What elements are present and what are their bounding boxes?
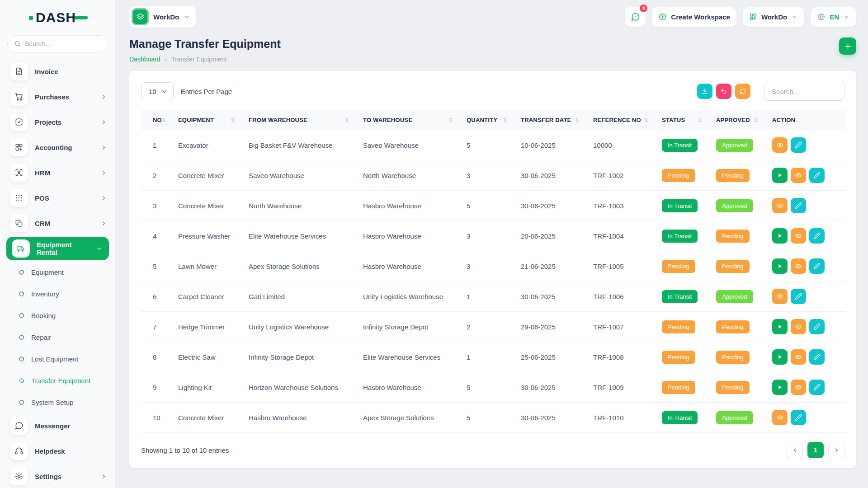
refresh-button[interactable] [735, 84, 750, 99]
edit-button[interactable] [809, 380, 825, 395]
sidebar-subitem-repair[interactable]: Repair [0, 326, 115, 348]
pagination-page-1-button[interactable]: 1 [807, 442, 824, 458]
column-header-equipment[interactable]: EQUIPMENT⇅ [174, 110, 244, 130]
play-icon [776, 232, 783, 239]
table-search-input[interactable] [764, 82, 844, 101]
chevron-down-icon [843, 14, 850, 20]
cell-reference-no: TRF-1009 [589, 372, 657, 403]
sidebar-item-purchases[interactable]: Purchases [0, 84, 115, 109]
chevron-right-icon [100, 473, 107, 480]
sidebar-item-helpdesk[interactable]: Helpdesk [0, 438, 115, 464]
cell-quantity: 3 [462, 251, 516, 282]
bullet-icon [18, 312, 25, 319]
sidebar-subitem-transfer-equipment[interactable]: Transfer Equipment [0, 370, 115, 391]
edit-button[interactable] [791, 289, 806, 304]
sidebar-item-projects[interactable]: Projects [0, 109, 115, 135]
accounting-icon [10, 138, 28, 156]
table-actions [697, 82, 844, 101]
cell-to-warehouse: Hasbro Warehouse [359, 251, 462, 282]
view-button[interactable] [791, 258, 806, 274]
add-transfer-button[interactable] [839, 38, 856, 55]
start-transfer-button[interactable] [772, 168, 788, 183]
view-button[interactable] [772, 198, 788, 213]
pencil-icon [795, 414, 802, 421]
table-row: 9Lighting KitHorizon Warehouse Solutions… [141, 372, 845, 403]
edit-button[interactable] [809, 168, 825, 183]
view-button[interactable] [791, 228, 806, 244]
cell-equipment: Concrete Mixer [174, 403, 244, 433]
view-button[interactable] [772, 289, 788, 304]
user-workspace-menu[interactable]: WorkDo [743, 7, 804, 27]
edit-button[interactable] [791, 137, 806, 153]
start-transfer-button[interactable] [772, 380, 788, 395]
undo-button[interactable] [716, 84, 731, 99]
sidebar-subitem-inventory[interactable]: Inventory [0, 283, 115, 305]
sidebar-subitem-booking[interactable]: Booking [0, 305, 115, 326]
column-header-to-warehouse[interactable]: TO WAREHOUSE⇅ [359, 110, 462, 130]
view-button[interactable] [791, 349, 806, 365]
sidebar-subitem-lost-equipment[interactable]: Lost Equipment [0, 348, 115, 370]
entries-per-page-label: Entries Per Page [181, 88, 232, 95]
edit-button[interactable] [809, 349, 825, 365]
edit-button[interactable] [791, 198, 806, 213]
cell-no: 3 [141, 191, 174, 221]
view-button[interactable] [772, 410, 788, 425]
cell-no: 2 [141, 160, 174, 191]
start-transfer-button[interactable] [772, 228, 788, 244]
play-icon [776, 353, 783, 361]
column-header-reference-no[interactable]: REFERENCE NO⇅ [589, 110, 657, 130]
sidebar-subitem-equipment[interactable]: Equipment [0, 261, 115, 283]
sidebar-item-invoice[interactable]: Invoice [0, 59, 115, 84]
messages-button[interactable]: 0 [625, 7, 646, 27]
sidebar-item-messenger[interactable]: Messenger [0, 413, 115, 438]
cell-from-warehouse: Elite Warehouse Services [244, 221, 359, 251]
column-header-approved[interactable]: APPROVED⇅ [712, 110, 768, 130]
sort-icon: ⇅ [162, 117, 166, 123]
view-button[interactable] [772, 137, 788, 153]
pagination-next-button[interactable] [828, 442, 844, 458]
edit-button[interactable] [809, 258, 825, 274]
column-header-action: ACTION [768, 110, 845, 130]
sidebar-item-pos[interactable]: POS [0, 185, 115, 211]
search-icon [14, 40, 21, 47]
eye-icon [776, 202, 783, 209]
cell-from-warehouse: Saveo Warehouse [244, 160, 359, 191]
cell-no: 5 [141, 251, 174, 282]
export-button[interactable] [697, 84, 712, 99]
sidebar: DASH InvoicePurchasesProjectsAccountingH… [0, 0, 116, 488]
view-button[interactable] [791, 168, 806, 183]
table-row: 7Hedge TrimmerUnity Logistics WarehouseI… [141, 312, 845, 342]
create-workspace-button[interactable]: Create Workspace [652, 7, 736, 27]
edit-button[interactable] [791, 410, 806, 425]
sidebar-item-crm[interactable]: CRM [0, 211, 115, 236]
view-button[interactable] [791, 319, 806, 334]
column-header-no[interactable]: NO⇅ [141, 110, 174, 130]
breadcrumb-dashboard-link[interactable]: Dashboard [129, 56, 160, 63]
cell-quantity: 5 [462, 130, 516, 160]
edit-button[interactable] [809, 228, 825, 244]
column-header-from-warehouse[interactable]: FROM WAREHOUSE⇅ [244, 110, 359, 130]
pagination-prev-button[interactable] [787, 442, 803, 458]
sidebar-item-hrm[interactable]: HRM [0, 160, 115, 185]
workspace-selector[interactable]: WorkDo [129, 6, 196, 28]
column-header-status[interactable]: STATUS⇅ [657, 110, 712, 130]
sidebar-item-settings[interactable]: Settings [0, 464, 115, 488]
entries-per-page-select[interactable]: 10 [141, 82, 174, 100]
sidebar-item-equipment-rental[interactable]: Equipment Rental [6, 237, 109, 260]
edit-button[interactable] [809, 319, 825, 334]
app-logo[interactable]: DASH [0, 0, 115, 31]
sidebar-search-input[interactable] [25, 40, 107, 47]
column-header-transfer-date[interactable]: TRANSFER DATE⇅ [516, 110, 589, 130]
cell-quantity: 1 [462, 342, 516, 372]
cell-no: 1 [141, 130, 174, 160]
sidebar-item-accounting[interactable]: Accounting [0, 135, 115, 160]
view-button[interactable] [791, 380, 806, 395]
start-transfer-button[interactable] [772, 319, 788, 334]
pencil-icon [813, 323, 821, 330]
cell-no: 7 [141, 312, 174, 342]
sidebar-subitem-system-setup[interactable]: System Setup [0, 391, 115, 413]
start-transfer-button[interactable] [772, 349, 788, 365]
column-header-quantity[interactable]: QUANTITY⇅ [462, 110, 516, 130]
start-transfer-button[interactable] [772, 258, 788, 274]
language-selector[interactable]: EN [811, 7, 856, 27]
